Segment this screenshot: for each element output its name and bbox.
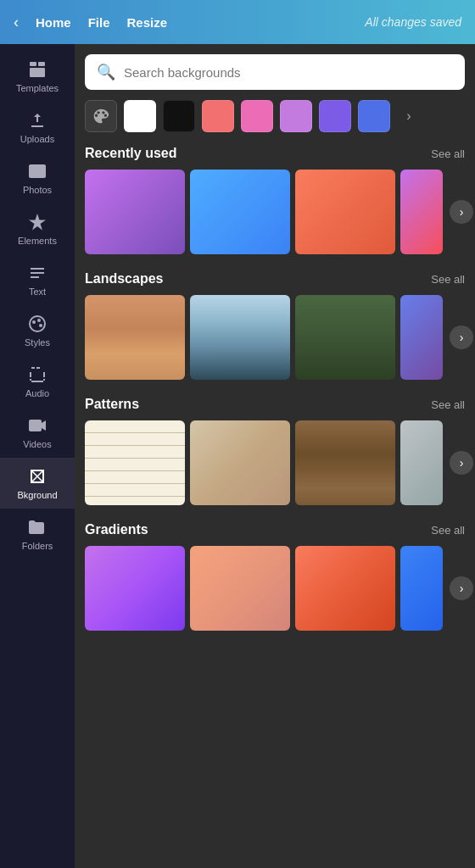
sidebar-item-elements[interactable]: Elements	[0, 203, 75, 254]
gradient-item-4-partial[interactable]	[400, 546, 443, 631]
recently-used-arrow[interactable]: ›	[450, 200, 473, 224]
sidebar-item-elements-label: Elements	[18, 236, 57, 246]
svg-rect-1	[38, 62, 45, 66]
patterns-see-all[interactable]: See all	[431, 398, 465, 411]
sidebar-item-templates[interactable]: Templates	[0, 51, 75, 102]
svg-point-5	[30, 316, 45, 331]
top-nav: ‹ Home File Resize All changes saved	[0, 0, 475, 44]
sidebar-item-text[interactable]: Text	[0, 254, 75, 305]
gradients-arrow[interactable]: ›	[450, 576, 473, 600]
sidebar-item-uploads-label: Uploads	[20, 134, 54, 144]
recently-used-section: Recently used See all ›	[85, 146, 465, 254]
sidebar: Templates Uploads Photos Elements Text S…	[0, 44, 75, 868]
svg-point-7	[37, 319, 41, 322]
sidebar-item-videos-label: Videos	[23, 439, 51, 449]
patterns-section: Patterns See all ›	[85, 397, 465, 505]
patterns-header: Patterns See all	[85, 397, 465, 412]
recently-used-grid: ›	[85, 170, 465, 254]
sidebar-item-audio[interactable]: Audio	[0, 356, 75, 407]
sidebar-item-background-label: Bkground	[17, 490, 57, 500]
palette-swatch[interactable]	[85, 100, 117, 132]
color-swatches: ›	[85, 100, 465, 132]
nav-file[interactable]: File	[88, 15, 110, 30]
content-area: 🔍 › Recently used See all	[75, 44, 475, 868]
svg-rect-2	[30, 68, 45, 77]
main-layout: Templates Uploads Photos Elements Text S…	[0, 44, 475, 868]
landscapes-arrow[interactable]: ›	[450, 326, 473, 349]
search-input[interactable]	[124, 65, 453, 80]
svg-rect-9	[29, 420, 42, 431]
pattern-item-lines[interactable]	[85, 420, 185, 505]
svg-rect-0	[30, 62, 36, 66]
landscapes-header: Landscapes See all	[85, 271, 465, 287]
landscape-item-desert[interactable]	[85, 295, 185, 380]
nav-home[interactable]: Home	[36, 15, 71, 30]
swatches-more-button[interactable]: ›	[397, 100, 421, 132]
sidebar-item-audio-label: Audio	[25, 388, 49, 398]
landscape-item-mountains[interactable]	[190, 295, 290, 380]
patterns-title: Patterns	[85, 397, 139, 412]
gradients-grid: ›	[85, 546, 465, 631]
recently-used-item-1[interactable]	[85, 170, 185, 254]
nav-back-icon[interactable]: ‹	[14, 14, 19, 31]
nav-resize[interactable]: Resize	[127, 15, 168, 30]
sidebar-item-background[interactable]: Bkground	[0, 458, 75, 509]
pattern-item-wood[interactable]	[295, 420, 395, 505]
landscapes-section: Landscapes See all ›	[85, 271, 465, 380]
sidebar-item-text-label: Text	[29, 287, 46, 297]
sidebar-item-uploads[interactable]: Uploads	[0, 102, 75, 153]
recently-used-title: Recently used	[85, 146, 176, 161]
gradient-item-purple[interactable]	[85, 546, 185, 631]
recently-used-item-2[interactable]	[190, 170, 290, 254]
recently-used-item-4-partial[interactable]	[400, 170, 443, 254]
search-bar[interactable]: 🔍	[85, 54, 465, 90]
recently-used-see-all[interactable]: See all	[431, 147, 465, 160]
swatch-pink[interactable]	[241, 100, 273, 132]
recently-used-item-3[interactable]	[295, 170, 395, 254]
svg-point-6	[32, 320, 36, 324]
svg-point-4	[32, 168, 36, 171]
patterns-grid: ›	[85, 420, 465, 505]
pattern-item-4-partial[interactable]	[400, 420, 443, 505]
patterns-arrow[interactable]: ›	[450, 451, 473, 475]
gradient-item-coral[interactable]	[295, 546, 395, 631]
gradients-section: Gradients See all ›	[85, 522, 465, 631]
gradient-item-peach[interactable]	[190, 546, 290, 631]
swatch-blue[interactable]	[358, 100, 390, 132]
landscapes-title: Landscapes	[85, 271, 163, 287]
swatch-violet[interactable]	[319, 100, 351, 132]
sidebar-item-folders-label: Folders	[22, 541, 53, 551]
landscapes-see-all[interactable]: See all	[431, 273, 465, 286]
swatch-purple[interactable]	[280, 100, 312, 132]
swatch-black[interactable]	[163, 100, 195, 132]
landscape-item-4-partial[interactable]	[400, 295, 443, 380]
sidebar-item-photos[interactable]: Photos	[0, 153, 75, 203]
sidebar-item-folders[interactable]: Folders	[0, 509, 75, 559]
sidebar-item-styles[interactable]: Styles	[0, 305, 75, 356]
landscapes-grid: ›	[85, 295, 465, 380]
pattern-item-building[interactable]	[190, 420, 290, 505]
swatch-white[interactable]	[124, 100, 156, 132]
sidebar-item-styles-label: Styles	[25, 337, 50, 348]
sidebar-item-templates-label: Templates	[16, 83, 59, 93]
landscape-item-hills[interactable]	[295, 295, 395, 380]
recently-used-header: Recently used See all	[85, 146, 465, 161]
nav-status: All changes saved	[365, 15, 461, 29]
gradients-header: Gradients See all	[85, 522, 465, 537]
sidebar-item-photos-label: Photos	[23, 185, 52, 195]
swatch-coral[interactable]	[202, 100, 234, 132]
search-icon: 🔍	[97, 63, 115, 81]
gradients-title: Gradients	[85, 522, 148, 537]
gradients-see-all[interactable]: See all	[431, 524, 465, 537]
svg-point-8	[39, 324, 42, 327]
sidebar-item-videos[interactable]: Videos	[0, 407, 75, 458]
